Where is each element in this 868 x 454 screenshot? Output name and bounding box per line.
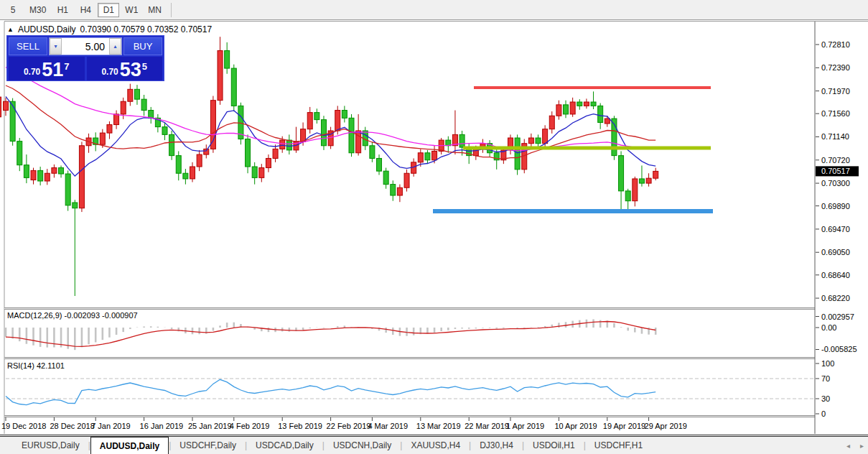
collapse-panel-icon[interactable]: ▲ (7, 26, 14, 33)
candle-56 (391, 185, 396, 195)
timeframe-button-5[interactable]: 5 (2, 3, 24, 17)
tab-dj30-h4[interactable]: DJ30,H4 (471, 437, 522, 454)
timeframe-toolbar: 5M30H1H4D1W1MN (0, 0, 868, 20)
date-label: 22 Feb 2019 (327, 422, 371, 430)
timeframe-button-mn[interactable]: MN (144, 3, 166, 17)
candle-46 (321, 120, 326, 146)
candle-77 (536, 138, 541, 144)
candle-16 (114, 114, 119, 125)
candle-37 (259, 168, 264, 178)
candle-84 (584, 102, 589, 106)
candle-4 (31, 170, 36, 180)
price-tick-label: 0.69470 (821, 225, 850, 233)
timeframe-button-h4[interactable]: H4 (75, 3, 96, 17)
candle-35 (246, 139, 251, 167)
sell-button[interactable]: SELL (9, 37, 47, 55)
candle-50 (349, 118, 354, 152)
candle-0 (4, 101, 9, 110)
candle-15 (107, 125, 112, 134)
one-click-trade-panel: SELL ▾ 5.00 ▴ BUY 0.70 51 7 0.70 53 5 (6, 35, 164, 81)
date-label: 13 Feb 2019 (278, 422, 322, 430)
timeframe-button-w1[interactable]: W1 (121, 3, 142, 17)
buy-price-display[interactable]: 0.70 53 5 (87, 57, 163, 80)
candle-41 (286, 140, 291, 150)
timeframe-button-h1[interactable]: H1 (52, 3, 73, 17)
candle-28 (197, 154, 202, 167)
date-label: 25 Jan 2019 (188, 422, 232, 430)
chart-canvas[interactable]: 0.728100.723900.719700.715600.711400.707… (0, 20, 868, 436)
date-label: 4 Feb 2019 (230, 422, 270, 430)
tab-scroll-left-icon[interactable]: ◂ (846, 442, 850, 450)
candle-80 (556, 105, 561, 116)
candle-92 (639, 179, 644, 183)
candle-19 (134, 89, 139, 99)
candle-32 (225, 50, 230, 68)
buy-price-prefix: 0.70 (101, 67, 118, 77)
sell-price-display[interactable]: 0.70 51 7 (9, 57, 85, 80)
date-label: 19 Dec 2018 (1, 422, 46, 430)
candle-61 (425, 153, 430, 160)
candle-62 (432, 151, 437, 159)
candle-44 (307, 113, 312, 129)
date-label: 10 Apr 2019 (554, 422, 597, 430)
tab-scroll-buttons: ◂ ▸ (846, 437, 864, 454)
candle-5 (38, 170, 43, 181)
tab-usdchf-h1[interactable]: USDCHF,H1 (586, 437, 651, 454)
candle-39 (273, 149, 278, 158)
candle-17 (121, 101, 126, 114)
tab-usdcad-daily[interactable]: USDCAD,Daily (247, 437, 322, 454)
tab-xauusd-h4[interactable]: XAUUSD,H4 (402, 437, 469, 454)
tab-usdoil-h1[interactable]: USDOil,H1 (524, 437, 584, 454)
macd-tick-label: 0.00 (821, 323, 836, 332)
buy-button[interactable]: BUY (123, 37, 162, 55)
candle-48 (335, 111, 340, 131)
price-tick-label: 0.70720 (821, 156, 850, 165)
macd-indicator-label: MACD(12,26,9) -0.002093 -0.000907 (7, 311, 138, 320)
symbol-period-label: AUDUSD,Daily (18, 24, 76, 34)
candle-81 (564, 105, 569, 114)
tab-scroll-right-icon[interactable]: ▸ (860, 442, 864, 450)
candle-14 (100, 133, 105, 144)
rsi-tick-label: 100 (821, 359, 834, 368)
timeframe-button-m30[interactable]: M30 (25, 3, 50, 17)
price-tick-label: 0.72390 (821, 63, 850, 72)
chart-widget: 0.728100.723900.719700.715600.711400.707… (0, 20, 868, 436)
candle-31 (218, 50, 223, 100)
date-label: 13 Mar 2019 (416, 422, 461, 430)
tab-eurusd-daily[interactable]: EURUSD,Daily (13, 437, 88, 454)
candle-90 (625, 191, 630, 201)
candle-58 (404, 173, 409, 187)
volume-decrease-button[interactable]: ▾ (50, 38, 62, 55)
chart-tab-bar: EURUSD,Daily|AUDUSD,Daily|USDCHF,Daily|U… (0, 436, 868, 454)
candle-49 (342, 111, 347, 119)
candle-40 (280, 140, 285, 149)
toolbar-separator (171, 3, 172, 17)
rsi-tick-label: 70 (821, 374, 830, 383)
candle-87 (605, 119, 610, 124)
volume-input[interactable]: 5.00 (62, 38, 109, 55)
rsi-indicator-label: RSI(14) 42.1101 (7, 361, 65, 370)
tab-usdcnh-daily[interactable]: USDCNH,Daily (325, 437, 400, 454)
chart-background (0, 20, 868, 436)
date-label: 28 Dec 2018 (50, 422, 94, 430)
candle-18 (128, 89, 133, 101)
volume-stepper: ▾ 5.00 ▴ (49, 37, 122, 55)
volume-increase-button[interactable]: ▴ (109, 38, 121, 55)
candle-24 (169, 134, 174, 155)
candle-8 (59, 168, 64, 174)
candle-6 (45, 173, 50, 181)
candle-66 (459, 134, 465, 147)
tab-audusd-daily[interactable]: AUDUSD,Daily (90, 437, 169, 454)
candle-54 (377, 158, 382, 171)
tab-usdchf-daily[interactable]: USDCHF,Daily (171, 437, 245, 454)
candle-20 (141, 99, 146, 110)
date-label: 16 Jan 2019 (140, 422, 184, 430)
timeframe-button-d1[interactable]: D1 (98, 3, 119, 17)
candle-82 (570, 102, 575, 114)
candle-27 (190, 167, 195, 179)
candle-23 (162, 127, 167, 135)
candle-38 (266, 158, 271, 167)
date-label: 19 Apr 2019 (603, 422, 645, 430)
candle-45 (314, 113, 319, 120)
candle-11 (79, 146, 84, 208)
